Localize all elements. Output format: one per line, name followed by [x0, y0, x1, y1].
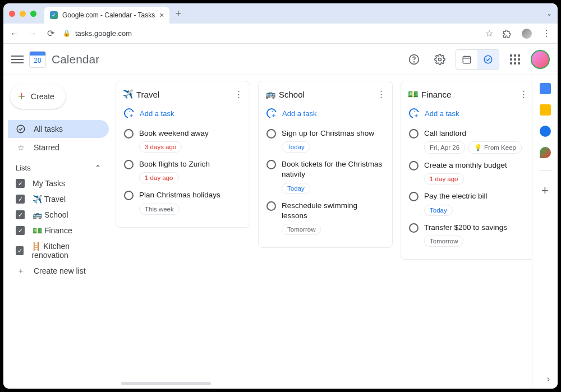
close-tab-icon[interactable]: ×: [159, 11, 164, 20]
task-row[interactable]: Reschedule swimming lessons Tomorrow: [265, 197, 385, 238]
column-menu-icon[interactable]: ⋮: [519, 89, 528, 99]
add-task-button[interactable]: Add a task: [265, 105, 385, 125]
task-complete-radio[interactable]: [266, 201, 276, 211]
sidepanel-divider: [539, 170, 551, 171]
svg-rect-3: [463, 56, 471, 63]
check-circle-icon: [16, 124, 26, 134]
task-complete-radio[interactable]: [124, 129, 134, 139]
create-new-list[interactable]: + Create new list: [8, 263, 109, 279]
account-avatar[interactable]: [531, 50, 550, 69]
sidebar-list-item[interactable]: ✈️ Travel: [8, 191, 109, 207]
site-info-icon[interactable]: 🔒: [63, 30, 71, 37]
task-row[interactable]: Call landlord Fri, Apr 26💡From Keep: [408, 125, 528, 157]
checkbox-icon[interactable]: [16, 195, 25, 204]
task-row[interactable]: Transfer $200 to savings Tomorrow: [408, 219, 528, 250]
profile-avatar-small[interactable]: [522, 29, 533, 39]
create-label: Create: [31, 92, 54, 101]
task-title: Book flights to Zurich: [139, 159, 242, 169]
settings-button[interactable]: [430, 49, 450, 70]
sidebar-item-all-tasks[interactable]: All tasks: [8, 120, 109, 138]
task-title: Reschedule swimming lessons: [282, 201, 384, 221]
task-complete-radio[interactable]: [266, 129, 276, 139]
task-pill: This week: [139, 204, 180, 215]
task-column: ✈️Travel ⋮ Add a task Book weekend away …: [116, 81, 250, 228]
task-row[interactable]: Book weekend away 3 days ago: [123, 125, 243, 156]
task-complete-radio[interactable]: [409, 129, 419, 139]
sidebar-list-item[interactable]: 🚌 School: [8, 207, 109, 223]
task-row[interactable]: Create a monthly budget 1 day ago: [408, 157, 528, 188]
task-row[interactable]: Sign up for Christmas show Today: [265, 125, 385, 156]
list-item-label: 💵 Finance: [33, 226, 72, 235]
sidebar-list-item[interactable]: 💵 Finance: [8, 223, 109, 238]
browser-tab[interactable]: ✓ Google.com - Calendar - Tasks ×: [44, 7, 169, 24]
column-menu-icon[interactable]: ⋮: [234, 89, 243, 99]
star-icon: ☆: [16, 143, 26, 152]
sidebar-item-starred[interactable]: ☆ Starred: [8, 139, 109, 156]
support-button[interactable]: [404, 49, 424, 70]
back-button[interactable]: ←: [9, 29, 20, 39]
sidepanel-calendar-icon[interactable]: [540, 83, 551, 94]
main-menu-button[interactable]: [11, 53, 24, 66]
task-pill: 💡From Keep: [468, 141, 522, 154]
sidebar-lists-header[interactable]: Lists ⌃: [8, 157, 109, 176]
sidepanel-contacts-icon[interactable]: [540, 126, 551, 137]
sidepanel-maps-icon[interactable]: [540, 147, 551, 158]
column-title: 💵Finance: [408, 89, 451, 99]
minimize-window-button[interactable]: [20, 11, 26, 17]
task-pill: Fri, Apr 26: [424, 141, 465, 154]
task-title: Book tickets for the Christmas nativity: [282, 159, 384, 179]
task-pill: 1 day ago: [424, 173, 464, 185]
task-row[interactable]: Book flights to Zurich 1 day ago: [123, 156, 243, 187]
add-task-label: Add a task: [140, 109, 174, 118]
sidebar-label: All tasks: [34, 124, 63, 133]
google-apps-button[interactable]: [505, 49, 525, 70]
checkbox-icon[interactable]: [16, 210, 25, 219]
maximize-window-button[interactable]: [30, 11, 36, 17]
collapse-sidepanel-icon[interactable]: ›: [547, 374, 550, 384]
task-row[interactable]: Book tickets for the Christmas nativity …: [265, 156, 385, 197]
extensions-icon[interactable]: [503, 29, 514, 38]
tasks-view-button[interactable]: [477, 50, 499, 69]
checkbox-icon[interactable]: [16, 246, 24, 255]
add-task-button[interactable]: Add a task: [123, 105, 243, 125]
task-complete-radio[interactable]: [124, 191, 134, 200]
task-complete-radio[interactable]: [124, 160, 134, 169]
add-task-label: Add a task: [282, 109, 316, 118]
sidepanel-keep-icon[interactable]: [540, 104, 551, 116]
checkbox-icon[interactable]: [16, 226, 25, 235]
sidepanel-add-button[interactable]: +: [541, 183, 549, 198]
reload-button[interactable]: ⟳: [45, 28, 56, 39]
task-row[interactable]: Plan Christmas holidays This week: [123, 187, 243, 218]
task-pill: Today: [282, 141, 310, 153]
create-button[interactable]: + Create: [10, 84, 66, 109]
side-panel: +: [532, 75, 558, 389]
sidebar: + Create All tasks ☆ Starred Lists ⌃ My …: [3, 75, 113, 389]
add-task-label: Add a task: [425, 109, 459, 118]
close-window-button[interactable]: [9, 11, 15, 17]
task-title: Call landlord: [424, 128, 527, 139]
bookmark-icon[interactable]: ☆: [484, 28, 495, 39]
task-complete-radio[interactable]: [266, 160, 276, 169]
task-complete-radio[interactable]: [409, 223, 419, 233]
checkbox-icon[interactable]: [16, 179, 25, 188]
tabs-dropdown-icon[interactable]: ⌄: [546, 10, 552, 17]
sidebar-list-item[interactable]: 🪜 Kitchen renovation: [8, 238, 109, 263]
add-task-button[interactable]: Add a task: [408, 105, 528, 125]
calendar-view-button[interactable]: [456, 50, 477, 69]
plus-icon: +: [18, 90, 25, 103]
url-field[interactable]: 🔒 tasks.google.com: [63, 29, 477, 38]
horizontal-scrollbar[interactable]: [121, 382, 211, 385]
svg-point-1: [414, 61, 415, 62]
task-complete-radio[interactable]: [409, 161, 419, 170]
keep-icon: 💡: [474, 144, 482, 151]
new-tab-button[interactable]: +: [175, 8, 181, 20]
browser-address-bar: ← → ⟳ 🔒 tasks.google.com ☆ ⋮: [3, 24, 558, 44]
sidebar-list-item[interactable]: My Tasks: [8, 176, 109, 191]
list-item-label: 🚌 School: [33, 210, 68, 219]
task-complete-radio[interactable]: [409, 192, 419, 201]
forward-button[interactable]: →: [27, 29, 38, 39]
sidebar-label: Starred: [34, 143, 59, 152]
task-row[interactable]: Pay the electric bill Today: [408, 188, 528, 219]
browser-menu-icon[interactable]: ⋮: [541, 28, 552, 39]
column-menu-icon[interactable]: ⋮: [377, 89, 385, 99]
